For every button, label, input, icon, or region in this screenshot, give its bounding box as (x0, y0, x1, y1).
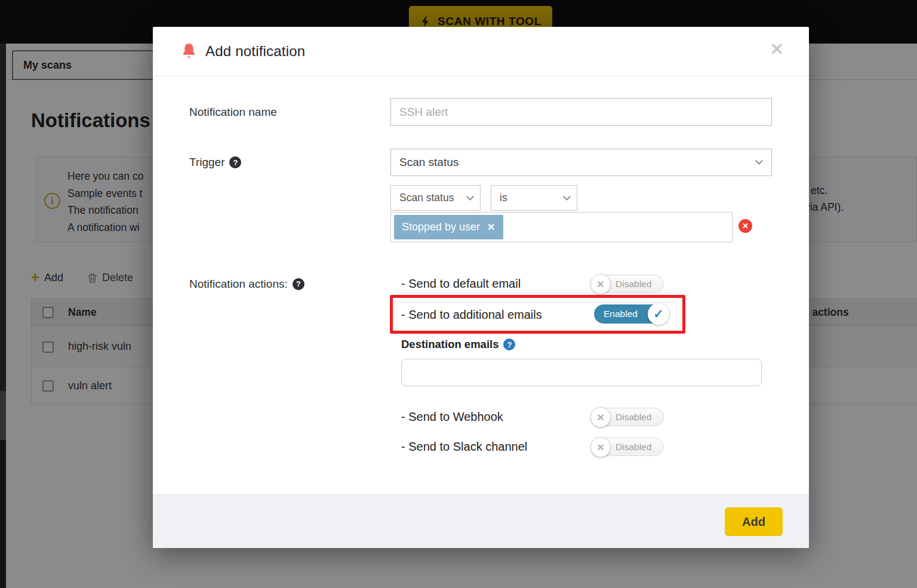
send-webhook-toggle[interactable]: ✕ Disabled (591, 408, 664, 426)
send-webhook-label: - Send to Webhook (401, 408, 503, 426)
send-default-email-label: - Send to default email (401, 275, 521, 293)
notification-name-label-text: Notification name (189, 106, 277, 119)
remove-chip-icon[interactable]: ✕ (487, 221, 495, 233)
add-notification-modal: Add notification ✕ Notification name Tri… (153, 27, 809, 548)
notification-actions-label: Notification actions: ? (189, 275, 304, 293)
modal-footer: Add (153, 494, 809, 548)
close-icon[interactable]: ✕ (770, 41, 784, 58)
chevron-down-icon (563, 193, 571, 201)
toggle-state-label: Disabled (616, 275, 651, 293)
condition-field-select[interactable]: Scan status (390, 185, 481, 211)
screen: SCAN WITH TOOL My scans Notifications i … (0, 0, 917, 588)
send-additional-emails-toggle[interactable]: Enabled ✓ (594, 304, 668, 324)
bell-icon (181, 43, 197, 60)
destination-emails-help-icon[interactable]: ? (503, 338, 515, 350)
value-chip: Stopped by user ✕ (394, 215, 503, 239)
notification-actions-help-icon[interactable]: ? (293, 278, 304, 290)
notification-name-input[interactable] (390, 98, 772, 126)
trigger-help-icon[interactable]: ? (229, 156, 241, 168)
notification-actions-label-text: Notification actions: (189, 278, 288, 291)
trigger-select[interactable]: Scan status (390, 149, 772, 176)
toggle-x-icon: ✕ (590, 407, 611, 427)
toggle-x-icon: ✕ (590, 437, 611, 457)
modal-add-button[interactable]: Add (725, 507, 783, 536)
value-chip-label: Stopped by user (402, 221, 480, 233)
notification-name-label: Notification name (189, 98, 277, 126)
send-slack-toggle[interactable]: ✕ Disabled (591, 438, 664, 456)
destination-emails-input[interactable] (401, 359, 762, 386)
trigger-select-value: Scan status (399, 156, 458, 169)
send-additional-emails-label: - Send to additional emails (401, 305, 542, 324)
trigger-label: Trigger ? (189, 149, 241, 176)
destination-emails-label-text: Destination emails (401, 338, 498, 351)
modal-title: Add notification (205, 43, 305, 60)
send-default-email-toggle[interactable]: ✕ Disabled (591, 275, 664, 293)
toggle-state-label: Disabled (616, 408, 651, 426)
chevron-down-icon (755, 157, 763, 165)
condition-operator-value: is (500, 192, 507, 204)
trigger-label-text: Trigger (189, 156, 224, 169)
condition-values-input[interactable]: Stopped by user ✕ (390, 212, 733, 242)
chevron-down-icon (466, 193, 474, 201)
modal-header: Add notification ✕ (153, 27, 809, 76)
condition-operator-select[interactable]: is (491, 185, 577, 211)
condition-field-value: Scan status (399, 192, 454, 204)
destination-emails-label: Destination emails ? (401, 338, 515, 351)
send-slack-label: - Send to Slack channel (401, 438, 527, 456)
toggle-x-icon: ✕ (590, 274, 611, 294)
toggle-check-icon: ✓ (648, 303, 669, 325)
toggle-state-label: Enabled (604, 304, 638, 324)
toggle-state-label: Disabled (616, 438, 651, 455)
remove-condition-icon[interactable]: ✕ (738, 219, 752, 233)
